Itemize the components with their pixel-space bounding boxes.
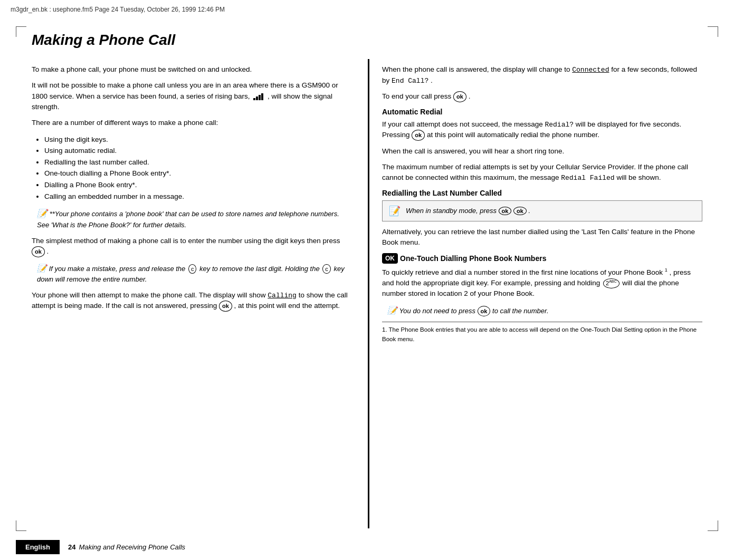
note2b-text: key to remove the last digit. Holding th…: [199, 265, 320, 273]
language-badge: English: [16, 540, 60, 554]
ok-heading-icon: OK: [382, 253, 398, 264]
section3-heading-row: OK One-Touch Dialling Phone Book Numbers: [382, 253, 702, 264]
section3-note-text: You do not need to press: [399, 307, 475, 315]
left-para5: Your phone will then attempt to make the…: [32, 290, 352, 312]
list-item: Redialling the last number called.: [44, 157, 352, 168]
footnote-ref: 1: [665, 267, 668, 273]
note2-icon: 📝: [37, 264, 47, 273]
section1-p3b-text: will be shown.: [616, 173, 661, 181]
page-title: Making a Phone Call: [32, 32, 702, 49]
list-item: Using the digit keys.: [44, 134, 352, 146]
section1-p1: If your call attempt does not succeed, t…: [382, 119, 702, 141]
calling-mono: Calling: [268, 292, 297, 300]
right-para2: To end your call press ok .: [382, 91, 702, 102]
connected-mono: Connected: [572, 66, 609, 74]
two-column-layout: To make a phone call, your phone must be…: [32, 59, 702, 528]
ok-btn-note3: ok: [478, 306, 491, 317]
left-para5-text: Your phone will then attempt to make the…: [32, 291, 266, 299]
section3-p1: To quickly retrieve and dial a number st…: [382, 267, 702, 299]
section3-heading: One-Touch Dialling Phone Book Numbers: [400, 254, 546, 263]
section-title: Making and Receiving Phone Calls: [79, 543, 185, 551]
standby-text: When in standby mode, press ok ok .: [406, 207, 530, 216]
standby-box: 📝 When in standby mode, press ok ok .: [382, 200, 702, 221]
main-content: Making a Phone Call To make a phone call…: [32, 26, 702, 528]
c-key-icon: c: [188, 264, 197, 274]
section1-heading: Automatic Redial: [382, 108, 702, 116]
left-para4: The simplest method of making a phone ca…: [32, 236, 352, 257]
svg-rect-1: [256, 96, 258, 100]
bullet-list: Using the digit keys. Using automatic re…: [44, 134, 352, 202]
signal-bars-icon: [253, 91, 264, 102]
ok-button-inline: ok: [32, 246, 45, 257]
two-key-icon: 2ABC: [603, 278, 619, 288]
note3-icon: 📝: [387, 306, 397, 315]
right-para1: When the phone call is answered, the dis…: [382, 64, 702, 86]
left-para4b-text: .: [47, 247, 49, 255]
left-para5c-text: , at this point will end the attempt.: [234, 302, 340, 310]
header-text: m3gdr_en.bk : usephone.fm5 Page 24 Tuesd…: [11, 6, 225, 13]
ok-button-inline2: ok: [219, 301, 232, 312]
section3-p1-text: To quickly retrieve and dial a number st…: [382, 268, 663, 276]
right-para1-text: When the phone call is answered, the dis…: [382, 65, 570, 73]
redial-mono: Redial?: [545, 121, 574, 129]
ok-btn-standby1: ok: [499, 207, 512, 215]
endcall-mono: End Call?: [392, 77, 428, 85]
crop-mark-br: [708, 520, 718, 531]
footer: English 24 Making and Receiving Phone Ca…: [0, 534, 734, 560]
section2-heading: Redialling the Last Number Called: [382, 189, 702, 197]
ok-btn-standby2: ok: [513, 207, 527, 215]
section3-note: 📝 You do not need to press ok to call th…: [382, 305, 702, 317]
crop-mark-tr: [708, 26, 718, 37]
note1-icon: 📝: [37, 209, 47, 218]
right-para2b-text: .: [469, 92, 471, 100]
right-para2-text: To end your call press: [382, 92, 451, 100]
section3-note-b-text: to call the number.: [492, 307, 548, 315]
c-key-icon2: c: [322, 264, 331, 274]
crop-mark-tl: [16, 26, 26, 37]
left-para1: To make a phone call, your phone must be…: [32, 64, 352, 75]
note1: 📝 **Your phone contains a 'phone book' t…: [32, 207, 352, 230]
note1-text: **Your phone contains a 'phone book' tha…: [37, 210, 339, 229]
right-para1c-text: .: [431, 76, 433, 84]
header-bar: m3gdr_en.bk : usephone.fm5 Page 24 Tuesd…: [0, 0, 734, 19]
redial-failed-mono: Redial Failed: [561, 174, 614, 182]
svg-rect-3: [261, 93, 263, 100]
left-column: To make a phone call, your phone must be…: [32, 59, 352, 528]
section2-p1: Alternatively, you can retrieve the last…: [382, 227, 702, 248]
left-para3: There are a number of different ways to …: [32, 118, 352, 128]
left-para2: It will not be possible to make a phone …: [32, 80, 352, 112]
list-item: One-touch dialling a Phone Book entry*.: [44, 168, 352, 179]
list-item: Calling an embedded number in a message.: [44, 191, 352, 202]
page-number: 24: [68, 543, 75, 551]
note2: 📝 If you make a mistake, press and relea…: [32, 263, 352, 285]
list-item: Dialling a Phone Book entry*.: [44, 179, 352, 191]
svg-rect-0: [253, 98, 255, 100]
section1-p1-text: If your call attempt does not succeed, t…: [382, 120, 543, 128]
right-column: When the phone call is answered, the dis…: [368, 59, 702, 528]
crop-mark-bl: [16, 520, 26, 531]
left-para4-text: The simplest method of making a phone ca…: [32, 237, 340, 245]
list-item: Using automatic redial.: [44, 145, 352, 157]
note2-text: If you make a mistake, press and release…: [49, 265, 186, 273]
svg-rect-2: [259, 95, 261, 100]
ok-button-s1: ok: [412, 130, 425, 141]
footnote-text: 1. The Phone Book entries that you are a…: [382, 322, 702, 344]
standby-pencil-icon: 📝: [389, 205, 401, 217]
section1-p3: The maximum number of redial attempts is…: [382, 162, 702, 184]
ok-button-right: ok: [453, 91, 466, 102]
footer-page-info: 24 Making and Receiving Phone Calls: [68, 543, 185, 551]
section1-p1c-text: at this point will automatically redial …: [427, 131, 599, 139]
section1-p2: When the call is answered, you will hear…: [382, 146, 702, 157]
